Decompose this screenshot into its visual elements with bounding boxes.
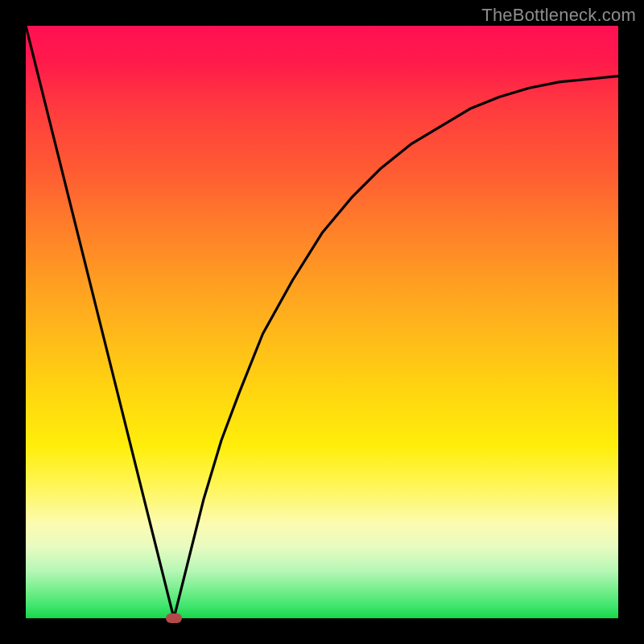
plot-area: [26, 26, 618, 618]
watermark-text: TheBottleneck.com: [481, 5, 636, 26]
chart-frame: TheBottleneck.com: [0, 0, 644, 644]
minimum-marker: [166, 613, 182, 623]
bottleneck-curve: [26, 26, 618, 618]
